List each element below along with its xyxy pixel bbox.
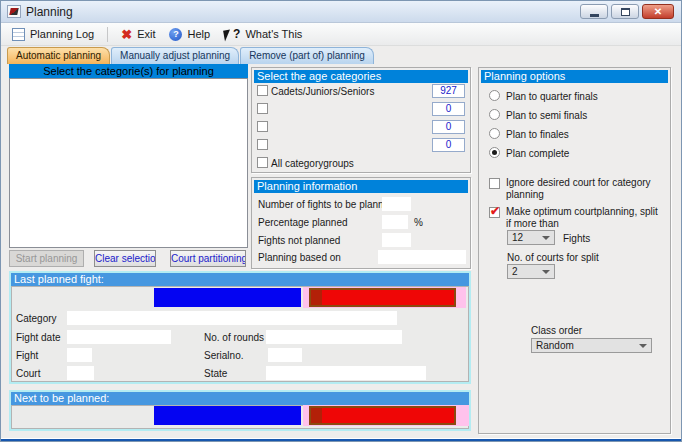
tab-manually-adjust-planning[interactable]: Manually adjust planning <box>111 47 239 64</box>
last-planned-fight-header: Last planned fight: <box>11 273 469 286</box>
categories-header: Select the categorie(s) for planning <box>9 64 248 78</box>
planning-based-on-label: Planning based on <box>258 252 341 264</box>
planning-log-button[interactable]: Planning Log <box>7 26 99 43</box>
rounds-value <box>266 330 402 344</box>
planning-information-group: Planning information Number of fights to… <box>251 177 471 269</box>
planning-log-label: Planning Log <box>30 28 94 40</box>
tab-strip: Automatic planning Manually adjust plann… <box>1 46 681 64</box>
red-fighter-bar-background <box>303 287 466 308</box>
age-categories-header: Select the age categories <box>254 70 468 83</box>
maximize-icon <box>621 8 630 16</box>
window-controls: ✕ <box>580 4 677 19</box>
percentage-planned-label: Percentage planned <box>258 217 348 229</box>
radio-plan-quarter-finals-label: Plan to quarter finals <box>506 91 598 103</box>
fight-date-value <box>67 330 171 344</box>
serialno-value <box>268 348 302 362</box>
start-planning-button[interactable]: Start planning <box>9 250 84 267</box>
clear-selection-button[interactable]: Clear selection <box>94 250 156 267</box>
court-label: Court <box>16 368 40 380</box>
planning-window: Planning ✕ Planning Log ✖ Exit ? Help ? … <box>0 0 682 442</box>
class-order-value: Random <box>536 340 574 351</box>
age-checkbox-0[interactable] <box>257 85 268 96</box>
ignore-desired-court-checkbox[interactable] <box>489 178 500 189</box>
window-title: Planning <box>26 5 73 19</box>
radio-plan-complete-label: Plan complete <box>506 148 569 160</box>
radio-plan-semi-finals[interactable] <box>489 109 500 120</box>
tab-automatic-planning[interactable]: Automatic planning <box>7 47 110 64</box>
state-label: State <box>204 368 227 380</box>
percentage-planned-value <box>382 215 408 229</box>
all-categorygroups-label: All categorygroups <box>271 158 354 170</box>
fights-split-value: 12 <box>512 232 523 243</box>
age-categories-group: Select the age categories Cadets/Juniors… <box>251 67 471 173</box>
exit-button[interactable]: ✖ Exit <box>116 26 160 43</box>
fight-label: Fight <box>16 350 38 362</box>
red-bar-dark-segment <box>311 290 322 305</box>
app-icon <box>7 5 21 18</box>
minimize-button[interactable] <box>580 4 608 19</box>
all-categorygroups-checkbox[interactable] <box>257 157 268 168</box>
class-order-label: Class order <box>531 325 582 337</box>
percent-suffix: % <box>414 217 423 229</box>
help-icon: ? <box>169 28 182 41</box>
red-bar-dark-segment <box>311 408 322 423</box>
category-value <box>67 311 397 325</box>
exit-label: Exit <box>137 28 155 40</box>
radio-plan-semi-finals-label: Plan to semi finals <box>506 110 587 122</box>
maximize-button[interactable] <box>611 4 639 19</box>
optimum-courtplanning-checkbox[interactable]: ✔ <box>489 207 500 218</box>
planning-based-on-value <box>378 250 466 264</box>
close-button[interactable]: ✕ <box>642 4 674 19</box>
age-count-2[interactable]: 0 <box>432 120 465 134</box>
age-checkbox-1[interactable] <box>257 103 268 114</box>
age-count-1[interactable]: 0 <box>432 102 465 116</box>
fights-not-planned-label: Fights not planned <box>258 235 340 247</box>
planning-options-group: Planning options Plan to quarter finals … <box>478 67 671 434</box>
red-fighter-bar <box>309 288 456 307</box>
planning-log-icon <box>12 28 25 41</box>
rounds-label: No. of rounds <box>204 332 264 344</box>
age-count-0[interactable]: 927 <box>432 84 465 98</box>
age-checkbox-3[interactable] <box>257 139 268 150</box>
fight-date-label: Fight date <box>16 332 60 344</box>
radio-plan-complete[interactable] <box>489 147 500 158</box>
red-check-icon: ✔ <box>490 204 500 218</box>
categories-listbox[interactable] <box>9 78 248 248</box>
courts-for-split-label: No. of courts for split <box>507 252 599 264</box>
fights-to-plan-value <box>382 197 411 211</box>
fight-value <box>67 348 92 362</box>
age-checkbox-2[interactable] <box>257 121 268 132</box>
tab-remove-planning[interactable]: Remove (part of) planning <box>240 47 374 64</box>
chevron-down-icon <box>542 236 550 240</box>
planning-information-header: Planning information <box>254 180 468 193</box>
radio-plan-finales[interactable] <box>489 128 500 139</box>
whats-this-button[interactable]: ? What's This <box>219 25 307 43</box>
next-to-be-planned-section: Next to be planned: <box>9 390 471 431</box>
red-fighter-bar <box>309 406 456 425</box>
radio-selected-dot <box>492 150 497 155</box>
serialno-label: Serialno. <box>204 350 243 362</box>
fights-to-plan-label: Number of fights to be planned <box>258 199 395 211</box>
state-value <box>266 366 426 380</box>
toolbar-separator <box>107 27 108 42</box>
ignore-desired-court-label: Ignore desired court for category planni… <box>506 177 656 201</box>
courts-for-split-select[interactable]: 2 <box>507 264 555 279</box>
blue-fighter-bar <box>154 288 301 307</box>
class-order-select[interactable]: Random <box>531 338 652 353</box>
category-label: Category <box>16 313 57 325</box>
fights-not-planned-value <box>382 233 411 247</box>
age-count-3[interactable]: 0 <box>432 138 465 152</box>
chevron-down-icon <box>639 344 647 348</box>
court-partitioning-button[interactable]: Court partitioning <box>170 250 246 267</box>
next-to-be-planned-header: Next to be planned: <box>11 392 469 405</box>
radio-plan-finales-label: Plan to finales <box>506 129 569 141</box>
fights-split-select[interactable]: 12 <box>507 230 555 245</box>
planning-options-header: Planning options <box>481 70 668 83</box>
app-icon-mark <box>9 8 18 15</box>
cursor-arrow-icon <box>223 29 232 41</box>
question-mark-icon: ? <box>233 27 240 41</box>
blue-fighter-bar <box>154 406 301 425</box>
help-button[interactable]: ? Help <box>164 26 215 43</box>
radio-plan-quarter-finals[interactable] <box>489 90 500 101</box>
whats-this-label: What's This <box>245 28 302 40</box>
